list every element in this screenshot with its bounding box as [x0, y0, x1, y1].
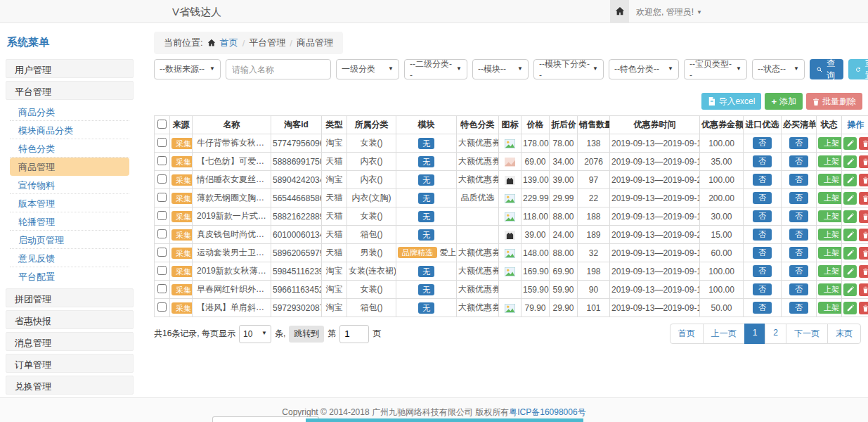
import-select-toggle[interactable]: 否 [753, 174, 772, 186]
sidebar-item-特色分类[interactable]: 特色分类 [10, 139, 129, 158]
must-buy-toggle[interactable]: 否 [789, 210, 808, 222]
import-select-toggle[interactable]: 否 [753, 155, 772, 167]
breadcrumb-home-link[interactable]: 首页 [220, 37, 238, 49]
page-link-上一页[interactable]: 上一页 [703, 324, 745, 344]
delete-button[interactable] [859, 302, 868, 314]
edit-button[interactable] [843, 210, 857, 223]
status-toggle[interactable]: 上架 [818, 283, 842, 295]
status-toggle[interactable]: 上架 [818, 302, 842, 314]
batch-delete-button[interactable]: 批量删除 [806, 93, 862, 110]
import-select-toggle[interactable]: 否 [753, 210, 772, 222]
status-toggle[interactable]: 上架 [818, 247, 842, 259]
edit-button[interactable] [843, 229, 857, 241]
sidebar-section-兑换管理[interactable]: 兑换管理 [6, 376, 134, 395]
filter-select-模块[interactable]: --模块--▼ [472, 59, 529, 79]
edit-button[interactable] [843, 137, 857, 150]
import-select-toggle[interactable]: 否 [753, 247, 772, 259]
import-select-toggle[interactable]: 否 [753, 192, 772, 204]
sidebar-item-版本管理[interactable]: 版本管理 [10, 194, 129, 212]
sidebar-item-商品管理[interactable]: 商品管理 [10, 158, 129, 176]
filter-select-数据来源[interactable]: --数据来源--▼ [154, 59, 221, 79]
add-button[interactable]: + 添加 [765, 93, 803, 110]
page-link-下一页[interactable]: 下一页 [786, 324, 828, 344]
filter-select-宝贝类型[interactable]: --宝贝类型--▼ [684, 59, 747, 79]
bottom-scrollbar[interactable] [306, 418, 583, 422]
delete-button[interactable] [859, 137, 868, 150]
delete-button[interactable] [859, 247, 868, 260]
edit-button[interactable] [843, 283, 857, 296]
import-select-toggle[interactable]: 否 [753, 302, 772, 314]
must-buy-toggle[interactable]: 否 [789, 192, 808, 204]
icp-link[interactable]: 粤ICP备16098006号 [509, 407, 585, 417]
status-toggle[interactable]: 上架 [818, 155, 842, 167]
home-button[interactable] [610, 0, 629, 23]
row-checkbox[interactable] [157, 248, 167, 257]
must-buy-toggle[interactable]: 否 [789, 283, 808, 295]
filter-select-特色分类[interactable]: --特色分类--▼ [609, 59, 679, 79]
import-excel-button[interactable]: 导入excel [701, 93, 761, 110]
row-checkbox[interactable] [157, 174, 167, 184]
must-buy-toggle[interactable]: 否 [789, 174, 808, 186]
filter-select-状态[interactable]: --状态--▼ [752, 59, 805, 79]
page-link-首页[interactable]: 首页 [670, 324, 704, 344]
sidebar-section-省惠快报[interactable]: 省惠快报 [6, 310, 134, 329]
status-toggle[interactable]: 上架 [818, 192, 842, 204]
edit-button[interactable] [843, 192, 857, 205]
sidebar-item-平台配置[interactable]: 平台配置 [10, 267, 129, 286]
per-page-select[interactable]: 10▼ [239, 325, 271, 343]
delete-button[interactable] [859, 210, 868, 223]
must-buy-toggle[interactable]: 否 [789, 229, 808, 241]
page-link-末页[interactable]: 末页 [827, 324, 861, 344]
sidebar-item-模块商品分类[interactable]: 模块商品分类 [10, 121, 129, 139]
edit-button[interactable] [843, 247, 857, 260]
page-link-1[interactable]: 1 [744, 324, 766, 344]
sidebar-section-用户管理[interactable]: 用户管理 [6, 59, 134, 78]
select-all-checkbox[interactable] [157, 120, 167, 129]
delete-button[interactable] [859, 174, 868, 186]
row-checkbox[interactable] [157, 229, 167, 238]
edit-button[interactable] [843, 174, 857, 186]
search-button[interactable]: 查询 [810, 59, 843, 79]
sidebar-item-意见反馈[interactable]: 意见反馈 [10, 249, 129, 267]
edit-button[interactable] [843, 265, 857, 278]
sidebar-section-拼团管理[interactable]: 拼团管理 [6, 288, 134, 307]
status-toggle[interactable]: 上架 [818, 265, 842, 277]
row-checkbox[interactable] [157, 156, 167, 165]
status-toggle[interactable]: 上架 [818, 210, 842, 222]
sidebar-section-消息管理[interactable]: 消息管理 [6, 332, 134, 351]
jump-button[interactable]: 跳转到 [289, 326, 324, 343]
sidebar-item-宣传物料[interactable]: 宣传物料 [10, 176, 129, 194]
name-search-input[interactable] [226, 59, 331, 79]
user-menu[interactable]: 欢迎您, 管理员!▼ [636, 6, 702, 18]
must-buy-toggle[interactable]: 否 [789, 155, 808, 167]
must-buy-toggle[interactable]: 否 [789, 302, 808, 314]
sidebar-item-轮播管理[interactable]: 轮播管理 [10, 212, 129, 231]
must-buy-toggle[interactable]: 否 [789, 137, 808, 149]
import-select-toggle[interactable]: 否 [753, 283, 772, 295]
reset-button[interactable]: 重置 [848, 59, 868, 79]
delete-button[interactable] [859, 155, 868, 168]
sidebar-item-启动页管理[interactable]: 启动页管理 [10, 231, 129, 249]
import-select-toggle[interactable]: 否 [753, 265, 772, 277]
row-checkbox[interactable] [157, 193, 167, 202]
edit-button[interactable] [843, 302, 857, 314]
delete-button[interactable] [859, 229, 868, 241]
must-buy-toggle[interactable]: 否 [789, 265, 808, 277]
page-number-input[interactable] [339, 325, 369, 343]
sidebar-section-平台管理[interactable]: 平台管理 [6, 81, 134, 100]
delete-button[interactable] [859, 283, 868, 296]
filter-select-一级分类[interactable]: 一级分类▼ [336, 59, 399, 79]
sidebar-item-商品分类[interactable]: 商品分类 [10, 103, 129, 121]
import-select-toggle[interactable]: 否 [753, 137, 772, 149]
row-checkbox[interactable] [157, 138, 167, 147]
filter-select-模块下分类[interactable]: --模块下分类--▼ [533, 59, 604, 79]
import-select-toggle[interactable]: 否 [753, 229, 772, 241]
sidebar-section-订单管理[interactable]: 订单管理 [6, 354, 134, 373]
edit-button[interactable] [843, 155, 857, 168]
filter-select-二级分类[interactable]: --二级分类--▼ [404, 59, 467, 79]
page-link-2[interactable]: 2 [765, 324, 786, 344]
must-buy-toggle[interactable]: 否 [789, 247, 808, 259]
row-checkbox[interactable] [157, 266, 167, 275]
status-toggle[interactable]: 上架 [818, 137, 842, 149]
delete-button[interactable] [859, 265, 868, 278]
